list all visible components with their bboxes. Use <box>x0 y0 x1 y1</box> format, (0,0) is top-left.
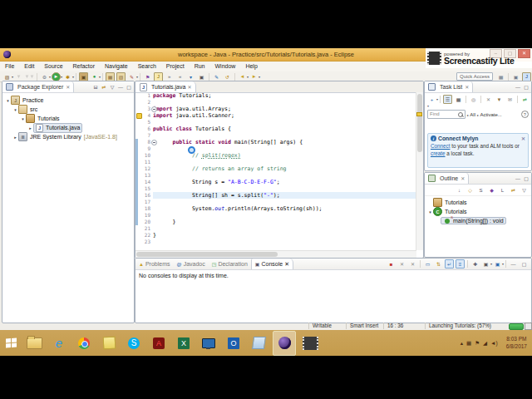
find-input[interactable]: Find <box>427 110 466 119</box>
code-line-9[interactable]: 9 <box>135 145 416 152</box>
input-indicator-icon[interactable]: ▦ <box>466 340 471 347</box>
maximize-icon[interactable]: ▢ <box>520 259 529 268</box>
close-icon[interactable]: ✕ <box>465 84 469 90</box>
back-icon[interactable]: ◄ <box>238 72 247 81</box>
code-line-1[interactable]: 1package Tutorials; <box>135 92 416 99</box>
filter-activate[interactable]: ▸ Activate... <box>477 112 502 117</box>
code-line-19[interactable]: 19 <box>135 212 416 219</box>
display-selected-icon[interactable]: ▣ <box>481 259 490 268</box>
close-icon[interactable]: ✕ <box>521 135 525 141</box>
remove-launch-icon[interactable]: ✕ <box>397 259 406 268</box>
fold-collapse-icon[interactable] <box>151 106 157 112</box>
code-line-2[interactable]: 2 <box>135 99 416 106</box>
collapse-all-icon[interactable]: ⊟ <box>92 84 99 91</box>
tree-collapsed-arrow-icon[interactable]: ▸ <box>27 126 33 131</box>
maximize-icon[interactable]: ▢ <box>523 175 530 182</box>
code-line-11[interactable]: 11 <box>135 159 416 165</box>
code-line-8[interactable]: 8 public static void main(String[] args)… <box>135 139 416 145</box>
terminate-icon[interactable]: ■ <box>387 259 396 268</box>
coverage-icon[interactable]: ● <box>90 72 99 81</box>
close-icon[interactable]: ✕ <box>187 84 191 90</box>
tree-expanded-arrow-icon[interactable]: ▾ <box>5 98 11 103</box>
tree-item-tutorials[interactable]: Tutorials <box>425 198 531 207</box>
link-with-editor-icon[interactable]: ⇄ <box>101 84 107 91</box>
run-icon[interactable]: ► <box>52 72 61 81</box>
minimize-icon[interactable]: — <box>515 175 521 182</box>
sort-icon[interactable]: ↓ <box>455 185 464 195</box>
tab-tutorials-java[interactable]: J Tutorials.java ✕ <box>135 81 196 92</box>
java-perspective-icon[interactable]: J <box>522 72 531 81</box>
hide-local-types-icon[interactable]: L <box>498 185 507 195</box>
menu-window[interactable]: Window <box>209 62 240 71</box>
focus-icon[interactable]: ◎ <box>469 95 478 104</box>
tree-item-jre-system-library[interactable]: ▸≣JRE System Library[JavaSE-1.8] <box>2 132 134 141</box>
view-menu-icon[interactable]: ▽ <box>520 185 529 195</box>
dropdown-arrow-icon[interactable]: ▾ <box>436 97 438 101</box>
tab-outline[interactable]: Outline ✕ <box>425 173 469 184</box>
new-wizard-icon[interactable]: ▨ <box>2 72 12 81</box>
next-annotation-icon[interactable]: » <box>165 72 174 81</box>
link-with-editor-icon[interactable]: ⇄ <box>509 185 518 195</box>
taskbar-clock[interactable]: 8:03 PM 6/8/2017 <box>501 336 530 349</box>
tab-javadoc[interactable]: @Javadoc <box>174 259 209 269</box>
tree-item-src[interactable]: ▾src <box>2 105 134 114</box>
filter-all[interactable]: ▸ All <box>467 112 475 117</box>
close-icon[interactable]: ✕ <box>461 175 465 181</box>
tree-item-tutorials[interactable]: ▾Tutorials <box>2 114 134 123</box>
minimize-button[interactable]: – <box>490 49 502 58</box>
console-view-icon[interactable]: ▣ <box>197 72 206 81</box>
eclipse-taskbar-button[interactable] <box>273 331 296 356</box>
chrome-taskbar-button[interactable] <box>71 330 96 356</box>
menu-project[interactable]: Project <box>161 62 190 71</box>
dropdown-arrow-icon[interactable]: ▾ <box>99 75 101 79</box>
sticky-notes-taskbar-button[interactable] <box>96 330 121 356</box>
forward-icon[interactable]: ► <box>249 72 259 81</box>
code-line-10[interactable]: 10 // split(regex) <box>135 152 416 159</box>
debug-icon[interactable]: ✱ <box>63 72 72 81</box>
dropdown-arrow-icon[interactable]: ▾ <box>490 262 492 266</box>
skype-taskbar-button[interactable]: S <box>121 330 146 356</box>
code-line-20[interactable]: 20 } <box>135 219 416 225</box>
remote-desktop-taskbar-button[interactable] <box>196 330 221 356</box>
horizontal-scrollbar[interactable] <box>135 250 416 258</box>
tab-console[interactable]: ▣Console✕ <box>251 259 293 269</box>
tree-item-tutorials[interactable]: ▾CTutorials <box>425 207 531 216</box>
excel-taskbar-button[interactable]: X <box>171 330 196 356</box>
search-icon[interactable]: ✎ <box>212 72 221 81</box>
progress-view-icon[interactable] <box>525 323 532 330</box>
open-console-icon[interactable]: ▣ <box>493 259 502 268</box>
hide-static-icon[interactable]: S <box>476 185 485 195</box>
warning-icon[interactable] <box>136 113 142 119</box>
menu-source[interactable]: Source <box>39 62 67 71</box>
mylyn-link-connect[interactable]: Connect <box>431 143 450 149</box>
tree-collapsed-arrow-icon[interactable]: ▸ <box>12 135 18 140</box>
minimize-icon[interactable]: — <box>509 259 518 268</box>
dropdown-arrow-icon[interactable]: ▾ <box>259 75 260 79</box>
menu-help[interactable]: Help <box>240 62 262 71</box>
flag-icon[interactable]: ⚑ <box>143 72 152 81</box>
new-java-project-icon[interactable]: ▦ <box>106 72 115 81</box>
close-icon[interactable]: ✕ <box>66 84 70 90</box>
tree-expanded-arrow-icon[interactable]: ▾ <box>20 116 26 121</box>
code-line-6[interactable]: 6public class Tutorials { <box>135 126 416 132</box>
fold-collapse-icon[interactable] <box>151 140 157 145</box>
repository-icon[interactable]: ⇄ <box>520 95 530 104</box>
acrobat-reader-taskbar-button[interactable]: A <box>146 330 171 356</box>
dropdown-arrow-icon[interactable]: ▾ <box>49 75 51 79</box>
volume-icon[interactable]: ◄) <box>490 340 498 346</box>
tab-declaration[interactable]: ◳Declaration <box>209 259 251 269</box>
scrollbar-thumb[interactable] <box>417 94 422 152</box>
maximize-icon[interactable]: ▢ <box>126 84 132 91</box>
close-icon[interactable]: ✕ <box>284 261 289 268</box>
action-center-icon[interactable]: ⚑ <box>475 340 480 347</box>
warning-overview-marker[interactable] <box>416 112 422 116</box>
scrollbar-thumb[interactable] <box>136 252 278 257</box>
menu-navigate[interactable]: Navigate <box>100 62 133 71</box>
code-area[interactable]: 1package Tutorials;23import java.util.Ar… <box>135 92 416 250</box>
menu-file[interactable]: File <box>0 62 19 71</box>
code-line-7[interactable]: 7 <box>135 132 416 139</box>
menu-search[interactable]: Search <box>133 62 161 71</box>
menu-run[interactable]: Run <box>190 62 210 71</box>
tree-expanded-arrow-icon[interactable]: ▾ <box>427 209 433 214</box>
dropdown-arrow-icon[interactable]: ▾ <box>502 262 504 266</box>
